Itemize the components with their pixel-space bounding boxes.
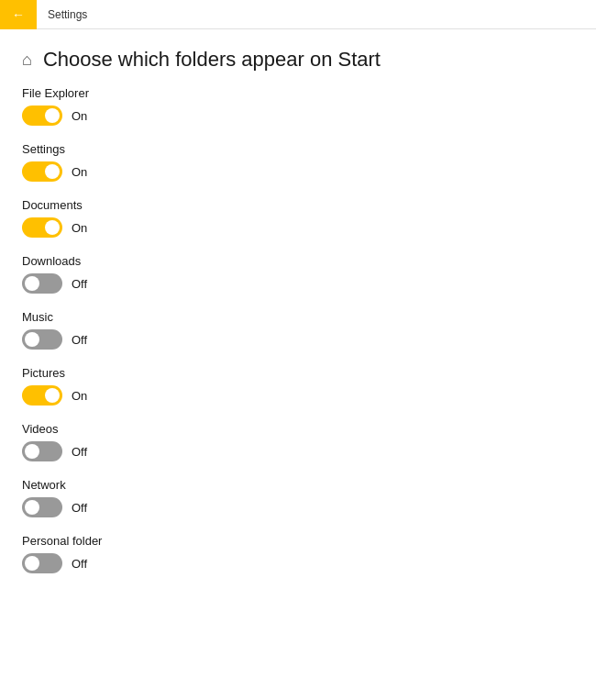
toggle-knob-network xyxy=(25,500,39,515)
toggle-row-documents: On xyxy=(22,217,574,238)
toggle-knob-personal-folder xyxy=(25,556,39,571)
setting-label-file-explorer: File Explorer xyxy=(22,86,574,100)
setting-label-downloads: Downloads xyxy=(22,254,574,268)
toggle-state-text-documents: On xyxy=(72,221,87,235)
toggle-state-text-downloads: Off xyxy=(72,277,87,291)
toggle-music[interactable] xyxy=(22,329,62,350)
toggle-knob-music xyxy=(25,332,39,347)
toggle-pictures[interactable] xyxy=(22,385,62,406)
back-arrow-icon: ← xyxy=(12,7,25,22)
toggle-knob-pictures xyxy=(45,388,60,403)
toggle-row-network: Off xyxy=(22,497,574,517)
titlebar: ← Settings xyxy=(0,0,596,29)
setting-label-pictures: Pictures xyxy=(22,366,574,380)
setting-label-personal-folder: Personal folder xyxy=(22,534,574,548)
toggle-network[interactable] xyxy=(22,497,62,517)
toggle-file-explorer[interactable] xyxy=(22,106,62,126)
toggle-row-pictures: On xyxy=(22,385,574,406)
toggle-state-text-music: Off xyxy=(72,333,87,347)
setting-label-documents: Documents xyxy=(22,198,574,212)
toggle-documents[interactable] xyxy=(22,217,62,238)
toggle-row-music: Off xyxy=(22,329,574,350)
setting-label-music: Music xyxy=(22,310,574,324)
toggle-state-text-videos: Off xyxy=(72,445,87,459)
toggle-personal-folder[interactable] xyxy=(22,553,62,573)
titlebar-text: Settings xyxy=(37,8,87,21)
toggle-row-downloads: Off xyxy=(22,273,574,294)
back-button[interactable]: ← xyxy=(0,0,37,29)
toggle-knob-file-explorer xyxy=(45,108,60,123)
toggle-row-file-explorer: On xyxy=(22,106,574,126)
toggle-knob-videos xyxy=(25,444,39,459)
toggle-settings[interactable] xyxy=(22,161,62,182)
setting-item-pictures: PicturesOn xyxy=(22,366,574,406)
setting-label-network: Network xyxy=(22,478,574,492)
setting-item-settings: SettingsOn xyxy=(22,142,574,182)
toggle-knob-documents xyxy=(45,220,60,235)
page-header: ⌂ Choose which folders appear on Start xyxy=(0,29,596,86)
setting-item-documents: DocumentsOn xyxy=(22,198,574,238)
setting-item-personal-folder: Personal folderOff xyxy=(22,534,574,573)
setting-item-file-explorer: File ExplorerOn xyxy=(22,86,574,126)
setting-item-downloads: DownloadsOff xyxy=(22,254,574,294)
setting-item-network: NetworkOff xyxy=(22,478,574,517)
toggle-row-settings: On xyxy=(22,161,574,182)
settings-list: File ExplorerOnSettingsOnDocumentsOnDown… xyxy=(0,86,596,573)
toggle-downloads[interactable] xyxy=(22,273,62,294)
toggle-state-text-personal-folder: Off xyxy=(72,557,87,571)
page-title: Choose which folders appear on Start xyxy=(43,48,381,72)
toggle-knob-downloads xyxy=(25,276,39,291)
toggle-videos[interactable] xyxy=(22,441,62,461)
setting-item-videos: VideosOff xyxy=(22,422,574,461)
toggle-row-personal-folder: Off xyxy=(22,553,574,573)
toggle-state-text-settings: On xyxy=(72,165,87,179)
setting-item-music: MusicOff xyxy=(22,310,574,350)
toggle-state-text-pictures: On xyxy=(72,389,87,403)
toggle-row-videos: Off xyxy=(22,441,574,461)
setting-label-videos: Videos xyxy=(22,422,574,436)
setting-label-settings: Settings xyxy=(22,142,574,156)
toggle-knob-settings xyxy=(45,164,60,179)
toggle-state-text-file-explorer: On xyxy=(72,109,87,123)
toggle-state-text-network: Off xyxy=(72,501,87,515)
home-icon: ⌂ xyxy=(22,50,32,70)
